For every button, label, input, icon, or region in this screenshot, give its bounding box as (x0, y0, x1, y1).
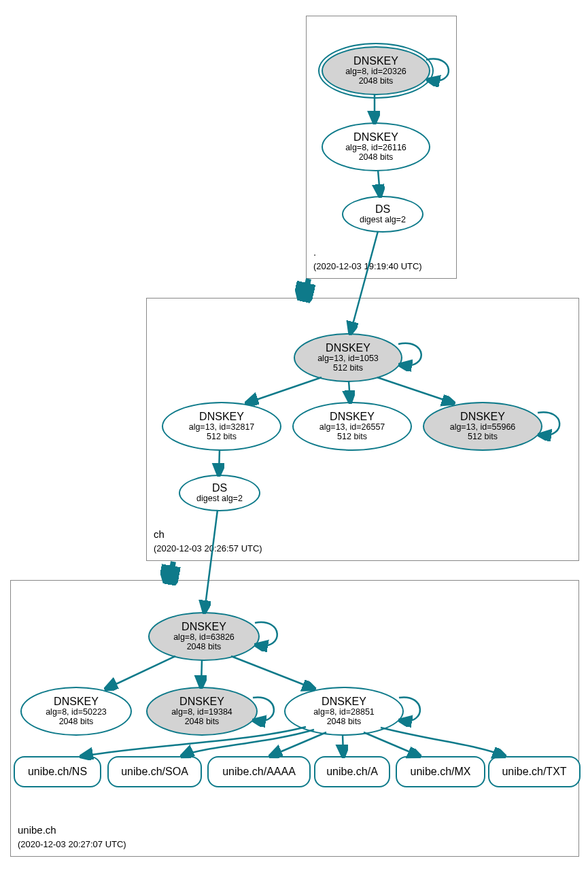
node-ch-z2: DNSKEY alg=13, id=26557 512 bits (292, 402, 412, 451)
zone-unibe-label: unibe.ch (2020-12-03 20:27:07 UTC) (18, 823, 126, 851)
node-ch-z1-line3: 512 bits (207, 432, 237, 442)
rrset-ns-label: unibe.ch/NS (28, 766, 87, 778)
rrset-aaaa: unibe.ch/AAAA (207, 756, 311, 787)
node-root-ds: DS digest alg=2 (342, 196, 423, 233)
node-ch-z3-line3: 512 bits (468, 432, 498, 442)
node-ub-z3-title: DNSKEY (322, 696, 366, 708)
node-ub-ksk: DNSKEY alg=8, id=63826 2048 bits (148, 612, 260, 661)
node-ch-ds-title: DS (212, 482, 227, 494)
rrset-soa: unibe.ch/SOA (107, 756, 202, 787)
node-ch-ksk-line2: alg=13, id=1053 (317, 354, 379, 364)
node-ub-z1: DNSKEY alg=8, id=50223 2048 bits (20, 687, 132, 736)
node-ub-z3-line2: alg=8, id=28851 (313, 708, 375, 717)
node-ch-z3-title: DNSKEY (460, 411, 505, 423)
node-root-zsk-line3: 2048 bits (359, 153, 394, 163)
node-ub-ksk-line3: 2048 bits (187, 643, 222, 652)
node-ub-z3-line3: 2048 bits (327, 717, 362, 727)
node-ch-z1: DNSKEY alg=13, id=32817 512 bits (162, 402, 281, 451)
node-ch-z3: DNSKEY alg=13, id=55966 512 bits (423, 402, 542, 451)
node-root-ksk-line3: 2048 bits (359, 77, 394, 86)
zone-unibe-name: unibe.ch (18, 824, 56, 836)
node-root-ksk-title: DNSKEY (353, 55, 398, 67)
zone-root-name: . (313, 246, 316, 258)
node-root-zsk-line2: alg=8, id=26116 (345, 143, 407, 153)
rrset-aaaa-label: unibe.ch/AAAA (222, 766, 296, 778)
rrset-txt-label: unibe.ch/TXT (502, 766, 566, 778)
node-ub-z2: DNSKEY alg=8, id=19384 2048 bits (146, 687, 258, 736)
node-ch-ksk: DNSKEY alg=13, id=1053 512 bits (294, 333, 402, 382)
node-ub-z1-line2: alg=8, id=50223 (46, 708, 107, 717)
node-ub-ksk-title: DNSKEY (181, 621, 226, 633)
rrset-mx: unibe.ch/MX (396, 756, 485, 787)
rrset-ns: unibe.ch/NS (14, 756, 101, 787)
zone-ch-name: ch (154, 528, 165, 540)
rrset-txt: unibe.ch/TXT (488, 756, 581, 787)
node-ch-ds: DS digest alg=2 (179, 475, 260, 511)
svg-line-9 (171, 562, 173, 577)
svg-line-3 (305, 279, 309, 294)
node-ub-z2-title: DNSKEY (179, 696, 224, 708)
node-ch-z3-line2: alg=13, id=55966 (450, 423, 516, 432)
node-root-ksk: DNSKEY alg=8, id=20326 2048 bits (322, 46, 430, 95)
node-ch-z1-title: DNSKEY (199, 411, 244, 423)
node-ch-ksk-line3: 512 bits (333, 364, 363, 373)
node-root-zsk: DNSKEY alg=8, id=26116 2048 bits (322, 122, 430, 171)
node-ub-z1-line3: 2048 bits (59, 717, 94, 727)
node-ub-z3: DNSKEY alg=8, id=28851 2048 bits (284, 687, 404, 736)
node-ub-z2-line3: 2048 bits (185, 717, 220, 727)
node-ub-ksk-line2: alg=8, id=63826 (173, 633, 235, 643)
node-root-ds-line2: digest alg=2 (360, 216, 406, 225)
node-ub-z1-title: DNSKEY (54, 696, 99, 708)
node-root-ksk-line2: alg=8, id=20326 (345, 67, 407, 77)
rrset-mx-label: unibe.ch/MX (411, 766, 471, 778)
rrset-a: unibe.ch/A (314, 756, 390, 787)
rrset-a-label: unibe.ch/A (326, 766, 378, 778)
zone-root-label: . (2020-12-03 19:19:40 UTC) (313, 245, 422, 273)
rrset-soa-label: unibe.ch/SOA (121, 766, 188, 778)
node-ch-z2-line3: 512 bits (337, 432, 367, 442)
node-ch-ds-line2: digest alg=2 (196, 494, 243, 504)
zone-ch-label: ch (2020-12-03 20:26:57 UTC) (154, 528, 262, 556)
node-ch-z2-title: DNSKEY (330, 411, 375, 423)
node-root-ds-title: DS (375, 203, 390, 216)
node-ch-z1-line2: alg=13, id=32817 (189, 423, 255, 432)
zone-unibe-ts: (2020-12-03 20:27:07 UTC) (18, 839, 126, 849)
zone-ch-ts: (2020-12-03 20:26:57 UTC) (154, 543, 262, 553)
zone-root-ts: (2020-12-03 19:19:40 UTC) (313, 261, 422, 271)
node-ch-z2-line2: alg=13, id=26557 (319, 423, 385, 432)
node-ch-ksk-title: DNSKEY (326, 342, 370, 354)
node-root-zsk-title: DNSKEY (353, 131, 398, 143)
node-ub-z2-line2: alg=8, id=19384 (171, 708, 232, 717)
